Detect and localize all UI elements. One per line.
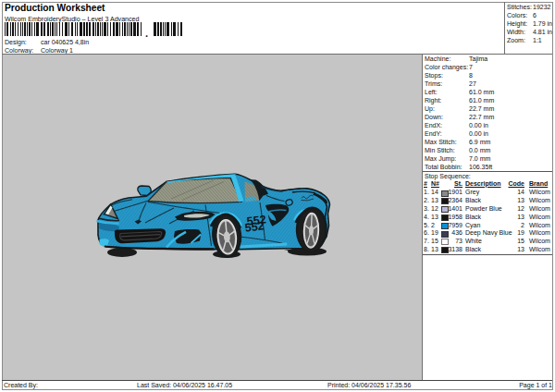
svg-text:552: 552 [246,213,266,227]
svg-text:,: , [145,28,148,37]
